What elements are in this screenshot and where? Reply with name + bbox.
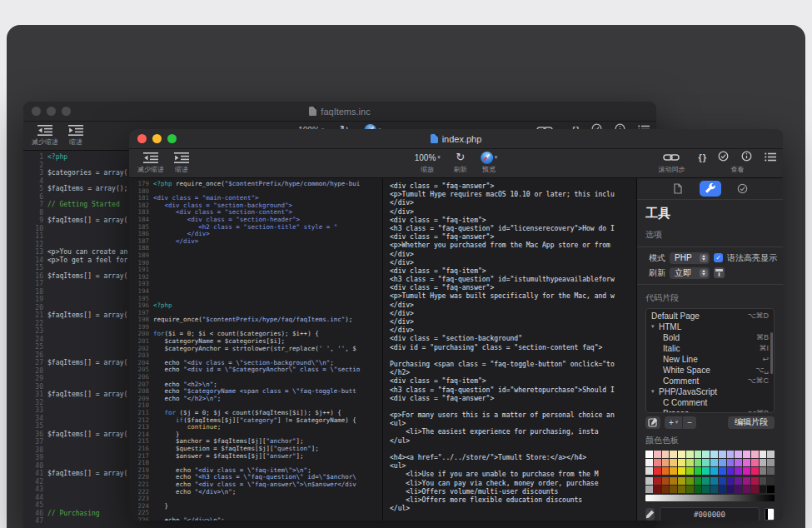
color-swatch[interactable]: [767, 477, 775, 485]
color-swatch[interactable]: [662, 477, 670, 485]
color-swatch[interactable]: [686, 451, 694, 458]
color-swatch[interactable]: [760, 459, 767, 466]
color-swatch[interactable]: [727, 486, 735, 493]
tab-tools[interactable]: [700, 181, 721, 197]
info-icon[interactable]: [741, 150, 752, 165]
color-swatch[interactable]: [670, 486, 677, 493]
snippet-item[interactable]: Comment⌥⌘C: [646, 376, 774, 386]
color-swatch[interactable]: [662, 486, 670, 493]
color-swatch[interactable]: [686, 459, 694, 466]
color-swatch[interactable]: [654, 467, 661, 475]
code-editor[interactable]: 179<?php require_once("$contentPrefix/hy…: [129, 178, 383, 521]
color-swatch[interactable]: [678, 451, 685, 458]
refresh-popup[interactable]: 立即: [670, 267, 710, 279]
color-swatch[interactable]: [710, 467, 718, 475]
color-swatch[interactable]: [719, 451, 726, 458]
validate-icon[interactable]: [718, 150, 729, 165]
color-swatch[interactable]: [678, 459, 685, 466]
color-swatch[interactable]: [702, 451, 710, 458]
color-swatch[interactable]: [670, 467, 677, 475]
color-swatch[interactable]: [760, 467, 767, 475]
grayscale-gradient-strip[interactable]: [645, 495, 775, 501]
color-swatch[interactable]: [702, 477, 710, 485]
color-swatch[interactable]: [751, 467, 759, 475]
color-swatch[interactable]: [743, 486, 750, 493]
zoom-control[interactable]: 100%▾ 缩放: [415, 151, 441, 174]
zoom-button[interactable]: [62, 107, 71, 116]
color-swatch[interactable]: [727, 467, 735, 475]
color-swatch[interactable]: [702, 486, 710, 493]
color-swatch[interactable]: [702, 459, 710, 466]
mode-popup[interactable]: PHP: [670, 252, 710, 264]
snippet-item[interactable]: Bold⌘B: [646, 332, 774, 343]
scrollbar-thumb[interactable]: [770, 332, 773, 374]
color-swatch[interactable]: [743, 467, 750, 475]
color-swatch[interactable]: [743, 477, 750, 485]
color-swatch[interactable]: [686, 477, 694, 485]
color-swatch[interactable]: [727, 459, 735, 466]
color-swatch[interactable]: [645, 477, 653, 485]
color-swatch[interactable]: [695, 459, 702, 466]
color-swatch[interactable]: [695, 467, 702, 475]
current-color-well[interactable]: [765, 508, 775, 521]
color-swatch[interactable]: [719, 467, 726, 475]
color-swatch[interactable]: [751, 486, 759, 493]
color-swatch[interactable]: [751, 459, 759, 466]
disclosure-triangle-icon[interactable]: ▾: [651, 388, 659, 395]
snippet-item[interactable]: Italic⌘I: [646, 343, 774, 354]
color-swatch[interactable]: [695, 451, 702, 458]
color-swatch[interactable]: [686, 486, 694, 493]
color-swatch[interactable]: [686, 467, 694, 475]
tab-document[interactable]: [667, 181, 689, 197]
scroll-sync-button[interactable]: 滚动同步: [658, 151, 685, 174]
color-swatch[interactable]: [662, 451, 670, 458]
close-button[interactable]: [137, 134, 147, 143]
format-brush-icon[interactable]: [714, 267, 725, 278]
color-swatch[interactable]: [760, 451, 767, 458]
color-swatch[interactable]: [767, 451, 775, 458]
minimize-button[interactable]: [152, 134, 162, 143]
color-swatch[interactable]: [767, 467, 775, 475]
outdent-button[interactable]: 减少缩进: [32, 123, 58, 150]
color-swatch[interactable]: [654, 451, 661, 458]
tab-validate[interactable]: [732, 181, 754, 197]
color-swatch[interactable]: [662, 467, 670, 475]
add-snippet-button[interactable]: +▾: [665, 416, 682, 429]
color-swatch[interactable]: [678, 467, 685, 475]
color-swatch[interactable]: [735, 459, 742, 466]
snippet-item[interactable]: Default Page⌥⌘D: [646, 311, 774, 321]
color-swatch[interactable]: [767, 486, 775, 493]
preview-pane[interactable]: <div class = "faq-answer"><p>Tumult Hype…: [383, 178, 637, 521]
snippet-item[interactable]: C Comment: [646, 397, 774, 408]
color-swatch[interactable]: [767, 459, 775, 466]
disclosure-triangle-icon[interactable]: ▾: [651, 323, 659, 330]
color-swatch[interactable]: [645, 467, 653, 475]
color-swatch[interactable]: [645, 486, 653, 493]
hex-color-input[interactable]: [660, 507, 760, 521]
color-swatch[interactable]: [678, 486, 685, 493]
color-swatch[interactable]: [710, 477, 718, 485]
snippet-item[interactable]: Braces⌥⌘B: [646, 408, 774, 413]
edit-color-button[interactable]: [645, 508, 655, 521]
braces-icon[interactable]: { }: [698, 152, 705, 162]
color-swatch[interactable]: [727, 477, 735, 485]
syntax-highlight-checkbox[interactable]: ✓: [714, 253, 723, 262]
color-swatch[interactable]: [735, 477, 742, 485]
close-button[interactable]: [32, 107, 41, 116]
snippet-list[interactable]: Default Page⌥⌘D▾HTMLBold⌘BItalic⌘INew Li…: [645, 308, 775, 413]
back-titlebar[interactable]: faqItems.inc: [23, 102, 656, 122]
color-swatch[interactable]: [719, 459, 726, 466]
color-swatch[interactable]: [670, 477, 677, 485]
color-swatch[interactable]: [654, 477, 661, 485]
edit-snippet-button[interactable]: 编辑片段: [728, 416, 775, 429]
indent-button[interactable]: 缩进: [68, 123, 83, 150]
color-swatch[interactable]: [670, 451, 677, 458]
color-swatch[interactable]: [710, 451, 718, 458]
preview-button[interactable]: ▾ 预览: [481, 151, 498, 174]
color-swatch[interactable]: [702, 467, 710, 475]
snippet-group[interactable]: ▾HTML: [646, 321, 774, 332]
new-snippet-button[interactable]: [645, 416, 660, 429]
color-swatch[interactable]: [751, 477, 759, 485]
color-swatch[interactable]: [662, 459, 670, 466]
snippet-item[interactable]: White Space⌥␣: [646, 365, 774, 376]
